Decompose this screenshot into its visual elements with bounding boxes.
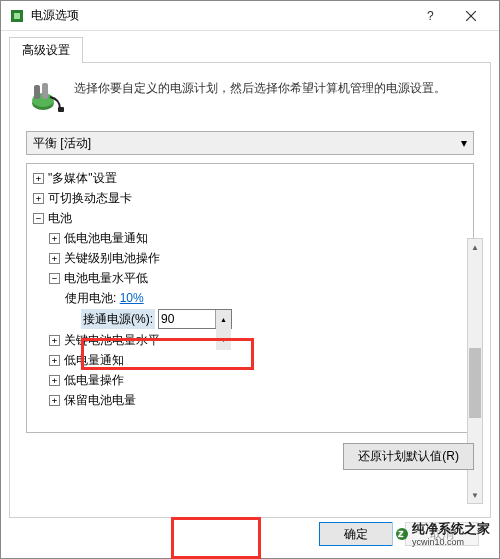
watermark-url: ycwin10.com xyxy=(412,538,490,547)
expand-icon[interactable]: + xyxy=(49,253,60,264)
power-options-dialog: 电源选项 ? 高级设置 选择你要自定义的电源计划，然后选择你希望计算机管理的电源… xyxy=(0,0,500,559)
svg-rect-7 xyxy=(34,85,40,99)
scroll-thumb[interactable] xyxy=(469,348,481,418)
plugged-in-label: 接通电源(%): xyxy=(81,309,155,329)
tab-content: 选择你要自定义的电源计划，然后选择你希望计算机管理的电源设置。 平衡 [活动] … xyxy=(9,62,491,518)
svg-rect-9 xyxy=(58,107,64,112)
expand-icon[interactable]: + xyxy=(33,173,44,184)
collapse-icon[interactable]: − xyxy=(49,273,60,284)
plugged-in-spinner[interactable]: ▲ ▼ xyxy=(158,309,232,329)
close-button[interactable] xyxy=(451,2,491,30)
tree-item-plugged-in[interactable]: 接通电源(%): ▲ ▼ xyxy=(31,308,471,330)
spin-down-button[interactable]: ▼ xyxy=(216,330,231,350)
plan-icon xyxy=(26,79,64,117)
titlebar: 电源选项 ? xyxy=(1,1,499,31)
tree-item-low-notify[interactable]: +低电池电量通知 xyxy=(31,228,471,248)
svg-line-4 xyxy=(466,11,476,21)
svg-line-3 xyxy=(466,11,476,21)
plan-dropdown[interactable]: 平衡 [活动] ▾ xyxy=(26,131,474,155)
tab-advanced[interactable]: 高级设置 xyxy=(9,37,83,63)
help-button[interactable]: ? xyxy=(411,2,451,30)
plan-selected-label: 平衡 [活动] xyxy=(33,135,91,152)
restore-defaults-button[interactable]: 还原计划默认值(R) xyxy=(343,443,474,470)
expand-icon[interactable]: + xyxy=(49,233,60,244)
svg-rect-1 xyxy=(14,13,20,19)
svg-text:Z: Z xyxy=(398,529,404,539)
expand-icon[interactable]: + xyxy=(33,193,44,204)
watermark-brand: 纯净系统之家 xyxy=(412,521,490,536)
tree-item-reserve[interactable]: +保留电池电量 xyxy=(31,390,471,410)
window-title: 电源选项 xyxy=(31,7,411,24)
ok-button[interactable]: 确定 xyxy=(319,522,393,546)
tree-item-switchable-graphics[interactable]: +可切换动态显卡 xyxy=(31,188,471,208)
app-icon xyxy=(9,8,25,24)
tree-item-level-low[interactable]: −电池电量水平低 xyxy=(31,268,471,288)
settings-tree[interactable]: +"多媒体"设置 +可切换动态显卡 −电池 +低电池电量通知 +关键级别电池操作… xyxy=(26,163,474,433)
chevron-down-icon: ▾ xyxy=(461,136,467,150)
tree-item-critical-level[interactable]: +关键电池电量水平 xyxy=(31,330,471,350)
spin-up-button[interactable]: ▲ xyxy=(216,310,231,330)
expand-icon[interactable]: + xyxy=(49,375,60,386)
svg-text:?: ? xyxy=(427,10,434,22)
scroll-down-button[interactable]: ▼ xyxy=(468,487,482,503)
on-battery-value[interactable]: 10% xyxy=(120,288,144,308)
tree-item-battery[interactable]: −电池 xyxy=(31,208,471,228)
expand-icon[interactable]: + xyxy=(49,335,60,346)
tree-item-low-notify2[interactable]: +低电量通知 xyxy=(31,350,471,370)
expand-icon[interactable]: + xyxy=(49,355,60,366)
tree-item-low-action[interactable]: +低电量操作 xyxy=(31,370,471,390)
tree-item-critical-action[interactable]: +关键级别电池操作 xyxy=(31,248,471,268)
intro-text: 选择你要自定义的电源计划，然后选择你希望计算机管理的电源设置。 xyxy=(74,79,446,97)
watermark-icon: Z xyxy=(395,527,409,541)
annotation-highlight-ok xyxy=(171,517,261,559)
tree-item-on-battery[interactable]: 使用电池: 10% xyxy=(31,288,471,308)
watermark: Z 纯净系统之家 ycwin10.com xyxy=(392,519,493,548)
expand-icon[interactable]: + xyxy=(49,395,60,406)
scroll-up-button[interactable]: ▲ xyxy=(468,239,482,255)
tree-item-multimedia[interactable]: +"多媒体"设置 xyxy=(31,168,471,188)
collapse-icon[interactable]: − xyxy=(33,213,44,224)
plugged-in-input[interactable] xyxy=(159,310,215,328)
svg-rect-8 xyxy=(42,83,48,99)
